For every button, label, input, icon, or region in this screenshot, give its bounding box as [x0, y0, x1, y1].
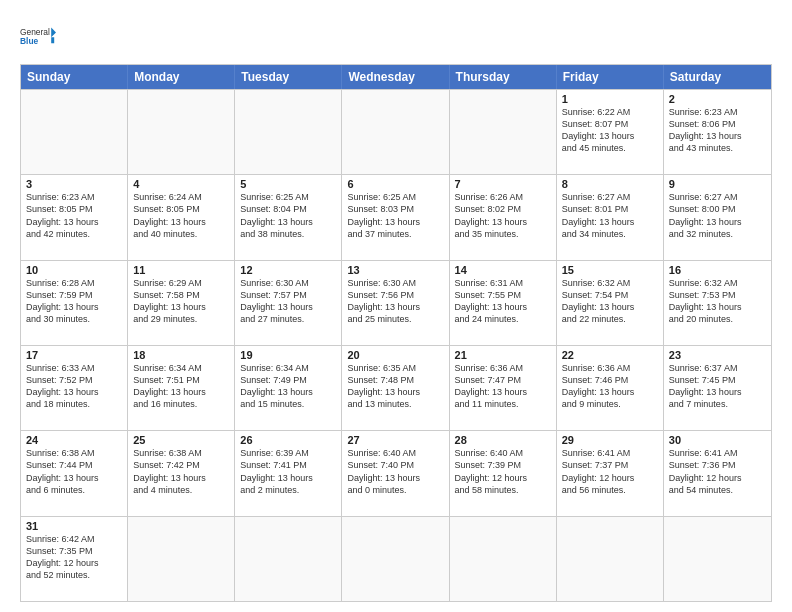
calendar-cell: 21Sunrise: 6:36 AM Sunset: 7:47 PM Dayli…	[450, 346, 557, 430]
calendar: SundayMondayTuesdayWednesdayThursdayFrid…	[20, 64, 772, 602]
calendar-cell: 12Sunrise: 6:30 AM Sunset: 7:57 PM Dayli…	[235, 261, 342, 345]
calendar-cell: 8Sunrise: 6:27 AM Sunset: 8:01 PM Daylig…	[557, 175, 664, 259]
header-day-thursday: Thursday	[450, 65, 557, 89]
day-number: 18	[133, 349, 229, 361]
calendar-cell: 2Sunrise: 6:23 AM Sunset: 8:06 PM Daylig…	[664, 90, 771, 174]
day-info: Sunrise: 6:24 AM Sunset: 8:05 PM Dayligh…	[133, 191, 229, 240]
day-number: 30	[669, 434, 766, 446]
day-info: Sunrise: 6:29 AM Sunset: 7:58 PM Dayligh…	[133, 277, 229, 326]
day-info: Sunrise: 6:27 AM Sunset: 8:01 PM Dayligh…	[562, 191, 658, 240]
day-info: Sunrise: 6:38 AM Sunset: 7:44 PM Dayligh…	[26, 447, 122, 496]
day-number: 22	[562, 349, 658, 361]
day-number: 16	[669, 264, 766, 276]
day-number: 3	[26, 178, 122, 190]
calendar-cell	[21, 90, 128, 174]
calendar-cell: 27Sunrise: 6:40 AM Sunset: 7:40 PM Dayli…	[342, 431, 449, 515]
day-number: 29	[562, 434, 658, 446]
header-day-tuesday: Tuesday	[235, 65, 342, 89]
day-number: 25	[133, 434, 229, 446]
day-info: Sunrise: 6:41 AM Sunset: 7:37 PM Dayligh…	[562, 447, 658, 496]
header-day-wednesday: Wednesday	[342, 65, 449, 89]
day-info: Sunrise: 6:33 AM Sunset: 7:52 PM Dayligh…	[26, 362, 122, 411]
calendar-cell: 7Sunrise: 6:26 AM Sunset: 8:02 PM Daylig…	[450, 175, 557, 259]
calendar-header: SundayMondayTuesdayWednesdayThursdayFrid…	[21, 65, 771, 89]
day-info: Sunrise: 6:36 AM Sunset: 7:47 PM Dayligh…	[455, 362, 551, 411]
day-number: 2	[669, 93, 766, 105]
calendar-cell: 6Sunrise: 6:25 AM Sunset: 8:03 PM Daylig…	[342, 175, 449, 259]
day-number: 1	[562, 93, 658, 105]
calendar-cell: 1Sunrise: 6:22 AM Sunset: 8:07 PM Daylig…	[557, 90, 664, 174]
calendar-cell: 28Sunrise: 6:40 AM Sunset: 7:39 PM Dayli…	[450, 431, 557, 515]
calendar-body: 1Sunrise: 6:22 AM Sunset: 8:07 PM Daylig…	[21, 89, 771, 601]
calendar-cell	[128, 517, 235, 601]
day-number: 7	[455, 178, 551, 190]
calendar-cell: 31Sunrise: 6:42 AM Sunset: 7:35 PM Dayli…	[21, 517, 128, 601]
day-info: Sunrise: 6:23 AM Sunset: 8:05 PM Dayligh…	[26, 191, 122, 240]
day-info: Sunrise: 6:34 AM Sunset: 7:49 PM Dayligh…	[240, 362, 336, 411]
svg-text:General: General	[20, 27, 50, 37]
calendar-cell	[450, 90, 557, 174]
day-number: 9	[669, 178, 766, 190]
calendar-cell: 4Sunrise: 6:24 AM Sunset: 8:05 PM Daylig…	[128, 175, 235, 259]
day-info: Sunrise: 6:23 AM Sunset: 8:06 PM Dayligh…	[669, 106, 766, 155]
day-number: 21	[455, 349, 551, 361]
day-info: Sunrise: 6:26 AM Sunset: 8:02 PM Dayligh…	[455, 191, 551, 240]
day-info: Sunrise: 6:36 AM Sunset: 7:46 PM Dayligh…	[562, 362, 658, 411]
day-info: Sunrise: 6:40 AM Sunset: 7:40 PM Dayligh…	[347, 447, 443, 496]
day-info: Sunrise: 6:27 AM Sunset: 8:00 PM Dayligh…	[669, 191, 766, 240]
calendar-cell: 16Sunrise: 6:32 AM Sunset: 7:53 PM Dayli…	[664, 261, 771, 345]
calendar-cell: 18Sunrise: 6:34 AM Sunset: 7:51 PM Dayli…	[128, 346, 235, 430]
day-info: Sunrise: 6:40 AM Sunset: 7:39 PM Dayligh…	[455, 447, 551, 496]
calendar-cell: 11Sunrise: 6:29 AM Sunset: 7:58 PM Dayli…	[128, 261, 235, 345]
calendar-cell	[342, 90, 449, 174]
calendar-cell	[235, 90, 342, 174]
day-info: Sunrise: 6:41 AM Sunset: 7:36 PM Dayligh…	[669, 447, 766, 496]
day-number: 31	[26, 520, 122, 532]
svg-marker-2	[51, 28, 56, 44]
day-number: 6	[347, 178, 443, 190]
header-day-sunday: Sunday	[21, 65, 128, 89]
day-number: 11	[133, 264, 229, 276]
day-info: Sunrise: 6:25 AM Sunset: 8:04 PM Dayligh…	[240, 191, 336, 240]
calendar-cell: 14Sunrise: 6:31 AM Sunset: 7:55 PM Dayli…	[450, 261, 557, 345]
page: General Blue SundayMondayTuesdayWednesda…	[0, 0, 792, 612]
calendar-week-3: 10Sunrise: 6:28 AM Sunset: 7:59 PM Dayli…	[21, 260, 771, 345]
day-info: Sunrise: 6:28 AM Sunset: 7:59 PM Dayligh…	[26, 277, 122, 326]
day-info: Sunrise: 6:25 AM Sunset: 8:03 PM Dayligh…	[347, 191, 443, 240]
day-info: Sunrise: 6:39 AM Sunset: 7:41 PM Dayligh…	[240, 447, 336, 496]
day-number: 4	[133, 178, 229, 190]
day-number: 27	[347, 434, 443, 446]
day-info: Sunrise: 6:32 AM Sunset: 7:54 PM Dayligh…	[562, 277, 658, 326]
day-number: 26	[240, 434, 336, 446]
calendar-cell	[342, 517, 449, 601]
calendar-cell: 26Sunrise: 6:39 AM Sunset: 7:41 PM Dayli…	[235, 431, 342, 515]
day-info: Sunrise: 6:22 AM Sunset: 8:07 PM Dayligh…	[562, 106, 658, 155]
day-info: Sunrise: 6:32 AM Sunset: 7:53 PM Dayligh…	[669, 277, 766, 326]
calendar-week-6: 31Sunrise: 6:42 AM Sunset: 7:35 PM Dayli…	[21, 516, 771, 601]
calendar-cell: 5Sunrise: 6:25 AM Sunset: 8:04 PM Daylig…	[235, 175, 342, 259]
calendar-week-4: 17Sunrise: 6:33 AM Sunset: 7:52 PM Dayli…	[21, 345, 771, 430]
day-info: Sunrise: 6:34 AM Sunset: 7:51 PM Dayligh…	[133, 362, 229, 411]
calendar-cell: 13Sunrise: 6:30 AM Sunset: 7:56 PM Dayli…	[342, 261, 449, 345]
calendar-cell: 3Sunrise: 6:23 AM Sunset: 8:05 PM Daylig…	[21, 175, 128, 259]
header-day-saturday: Saturday	[664, 65, 771, 89]
day-info: Sunrise: 6:38 AM Sunset: 7:42 PM Dayligh…	[133, 447, 229, 496]
calendar-cell: 17Sunrise: 6:33 AM Sunset: 7:52 PM Dayli…	[21, 346, 128, 430]
calendar-week-1: 1Sunrise: 6:22 AM Sunset: 8:07 PM Daylig…	[21, 89, 771, 174]
day-number: 5	[240, 178, 336, 190]
day-number: 23	[669, 349, 766, 361]
day-number: 8	[562, 178, 658, 190]
calendar-cell: 10Sunrise: 6:28 AM Sunset: 7:59 PM Dayli…	[21, 261, 128, 345]
calendar-week-5: 24Sunrise: 6:38 AM Sunset: 7:44 PM Dayli…	[21, 430, 771, 515]
svg-text:Blue: Blue	[20, 36, 39, 46]
day-info: Sunrise: 6:35 AM Sunset: 7:48 PM Dayligh…	[347, 362, 443, 411]
day-number: 12	[240, 264, 336, 276]
header: General Blue	[20, 18, 772, 54]
calendar-cell: 30Sunrise: 6:41 AM Sunset: 7:36 PM Dayli…	[664, 431, 771, 515]
day-number: 14	[455, 264, 551, 276]
header-day-monday: Monday	[128, 65, 235, 89]
calendar-cell	[664, 517, 771, 601]
calendar-cell: 19Sunrise: 6:34 AM Sunset: 7:49 PM Dayli…	[235, 346, 342, 430]
day-number: 20	[347, 349, 443, 361]
calendar-cell: 9Sunrise: 6:27 AM Sunset: 8:00 PM Daylig…	[664, 175, 771, 259]
